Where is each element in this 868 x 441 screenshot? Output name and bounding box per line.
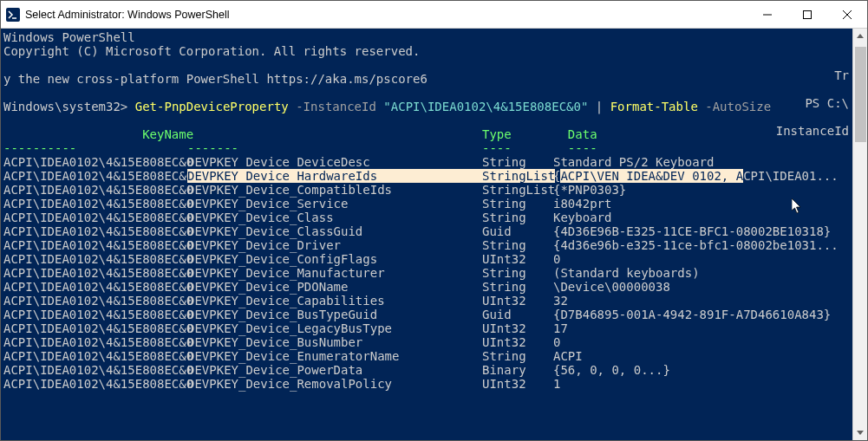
table-row[interactable]: ACPI\IDEA0102\4&15E808EC&0DEVPKEY_Device… <box>3 280 852 294</box>
scroll-track[interactable] <box>853 43 868 425</box>
header-type: Type <box>482 127 553 141</box>
cell-data: 0 <box>553 252 852 266</box>
cell-keyname: DEVPKEY_Device_Class <box>187 211 482 224</box>
rows-container: ACPI\IDEA0102\4&15E808EC&0DEVPKEY_Device… <box>3 155 852 391</box>
dashes-inst: ---------- <box>3 141 187 155</box>
terminal[interactable]: Windows PowerShell Copyright (C) Microso… <box>1 29 852 440</box>
cell-instance: ACPI\IDEA0102\4&15E808EC&0 <box>3 155 187 169</box>
cell-keyname: DEVPKEY_Device_RemovalPolicy <box>187 377 482 391</box>
cell-keyname: DEVPKEY_Device_ConfigFlags <box>187 252 482 266</box>
cell-instance: ACPI\IDEA0102\4&15E808EC&0 <box>3 238 187 252</box>
table-row[interactable]: ACPI\IDEA0102\4&15E808EC&0DEVPKEY_Device… <box>3 377 852 391</box>
cell-instance: ACPI\IDEA0102\4&15E808EC&0 <box>3 363 187 377</box>
table-row[interactable]: ACPI\IDEA0102\4&15E808EC&0DEVPKEY_Device… <box>3 266 852 280</box>
cell-instance: ACPI\IDEA0102\4&15E808EC&0 <box>3 377 187 391</box>
cell-keyname: DEVPKEY_Device_Service <box>187 197 482 211</box>
prompt-line: Windows\system32> Get-PnpDeviceProperty … <box>3 100 852 113</box>
table-row[interactable]: ACPI\IDEA0102\4&15E808EC&0DEVPKEY_Device… <box>3 252 852 266</box>
table-row[interactable]: ACPI\IDEA0102\4&15E808EC&0DEVPKEY_Device… <box>3 183 852 197</box>
cell-type: Guid <box>482 224 553 238</box>
minimize-button[interactable] <box>747 1 787 28</box>
cell-keyname: DEVPKEY_Device_Driver <box>187 238 482 252</box>
hint-url: https://aka.ms/pscore6 <box>266 72 427 86</box>
scroll-up-button[interactable] <box>853 29 868 43</box>
hint-prefix: y the new cross-platform PowerShell <box>3 72 266 86</box>
dashes-row: ---------- ------- ---- ---- <box>3 141 852 155</box>
prompt-cmd: Get-PnpDeviceProperty <box>135 100 289 113</box>
table-row[interactable]: ACPI\IDEA0102\4&15E808EC&0DEVPKEY_Device… <box>3 211 852 224</box>
table-row[interactable]: ACPI\IDEA0102\4&15E808EC&0DEVPKEY_Device… <box>3 224 852 238</box>
table-row[interactable]: ACPI\IDEA0102\4&15E808EC&0DEVPKEY_Device… <box>3 197 852 211</box>
header-empty <box>187 127 482 141</box>
cell-data: {4D36E96B-E325-11CE-BFC1-08002BE10318} <box>553 224 852 238</box>
blank-line <box>3 58 852 72</box>
cell-type: UInt32 <box>482 321 553 335</box>
header-keyname: KeyName <box>3 127 187 141</box>
prompt-arg1-flag: -InstanceId <box>296 100 376 113</box>
cell-type: UInt32 <box>482 377 553 391</box>
table-row[interactable]: ACPI\IDEA0102\4&15E808EC&0DEVPKEY_Device… <box>3 169 852 183</box>
maximize-button[interactable] <box>787 1 827 28</box>
cell-data: ACPI <box>553 349 852 363</box>
cell-data: (Standard keyboards) <box>553 266 852 280</box>
cell-keyname: DEVPKEY_Device_LegacyBusType <box>187 321 482 335</box>
prompt-pipe: | <box>596 100 603 113</box>
cell-instance: ACPI\IDEA0102\4&15E808EC&0 <box>3 197 187 211</box>
cell-instance: ACPI\IDEA0102\4&15E808EC&0 <box>3 335 187 349</box>
cell-keyname: DEVPKEY_Device_CompatibleIds <box>187 183 482 197</box>
client-area: Windows PowerShell Copyright (C) Microso… <box>1 29 867 440</box>
cell-keyname: DEVPKEY_Device_PowerData <box>187 363 482 377</box>
prompt-path: Windows\system32> <box>3 100 127 113</box>
cell-data: {56, 0, 0, 0...} <box>553 363 852 377</box>
powershell-icon <box>6 8 20 22</box>
cell-data: {D7B46895-001A-4942-891F-A7D46610A843} <box>553 308 852 321</box>
dashes-key: ------- <box>187 141 482 155</box>
hint-line: y the new cross-platform PowerShell http… <box>3 72 852 86</box>
table-row[interactable]: ACPI\IDEA0102\4&15E808EC&0DEVPKEY_Device… <box>3 294 852 308</box>
table-row[interactable]: ACPI\IDEA0102\4&15E808EC&0DEVPKEY_Device… <box>3 349 852 363</box>
cell-keyname: DEVPKEY_Device_PDOName <box>187 280 482 294</box>
table-row[interactable]: ACPI\IDEA0102\4&15E808EC&0DEVPKEY_Device… <box>3 238 852 252</box>
svg-rect-3 <box>804 10 812 18</box>
cell-instance: ACPI\IDEA0102\4&15E808EC&0 <box>3 321 187 335</box>
table-row[interactable]: ACPI\IDEA0102\4&15E808EC&0DEVPKEY_Device… <box>3 363 852 377</box>
terminal-wrap: Windows PowerShell Copyright (C) Microso… <box>1 29 852 440</box>
cell-type: String <box>482 349 553 363</box>
cell-type: StringList <box>482 169 553 183</box>
cell-type: String <box>482 211 553 224</box>
banner-line2: Copyright (C) Microsoft Corporation. All… <box>3 44 852 58</box>
blank-line-3 <box>3 113 852 127</box>
titlebar[interactable]: Select Administrator: Windows PowerShell <box>1 1 867 29</box>
cell-data: 0 <box>553 335 852 349</box>
scroll-thumb[interactable] <box>855 47 866 142</box>
cell-instance: ACPI\IDEA0102\4&15E808EC&0 <box>3 349 187 363</box>
cell-instance: ACPI\IDEA0102\4&15E808EC&0 <box>3 294 187 308</box>
cell-data: 17 <box>553 321 852 335</box>
cell-data: \Device\00000038 <box>553 280 852 294</box>
cell-instance: ACPI\IDEA0102\4&15E808EC&0 <box>3 280 187 294</box>
cell-instance: ACPI\IDEA0102\4&15E808EC&0 <box>3 211 187 224</box>
table-row[interactable]: ACPI\IDEA0102\4&15E808EC&0DEVPKEY_Device… <box>3 308 852 321</box>
cell-keyname: DEVPKEY_Device_HardwareIds <box>187 169 482 183</box>
table-row[interactable]: ACPI\IDEA0102\4&15E808EC&0DEVPKEY_Device… <box>3 155 852 169</box>
cell-data: 32 <box>553 294 852 308</box>
cell-data: i8042prt <box>553 197 852 211</box>
table-row[interactable]: ACPI\IDEA0102\4&15E808EC&0DEVPKEY_Device… <box>3 335 852 349</box>
cell-type: String <box>482 280 553 294</box>
table-row[interactable]: ACPI\IDEA0102\4&15E808EC&0DEVPKEY_Device… <box>3 321 852 335</box>
prompt-arg1-val: "ACPI\IDEA0102\4&15E808EC&0" <box>383 100 588 113</box>
cell-keyname: DEVPKEY_Device_Manufacturer <box>187 266 482 280</box>
cell-instance: ACPI\IDEA0102\4&15E808EC&0 <box>3 308 187 321</box>
cell-instance: ACPI\IDEA0102\4&15E808EC&0 <box>3 252 187 266</box>
cell-type: String <box>482 266 553 280</box>
cell-type: String <box>482 238 553 252</box>
scroll-down-button[interactable] <box>853 425 868 440</box>
window-controls <box>747 1 867 28</box>
powershell-window: Select Administrator: Windows PowerShell… <box>0 0 868 441</box>
cell-data: 1 <box>553 377 852 391</box>
leak-text-3: InstanceId <box>776 124 849 138</box>
prompt-arg2-flag: -AutoSize <box>705 100 771 113</box>
close-button[interactable] <box>827 1 867 28</box>
vertical-scrollbar[interactable] <box>852 29 867 440</box>
window-title: Select Administrator: Windows PowerShell <box>25 9 230 21</box>
